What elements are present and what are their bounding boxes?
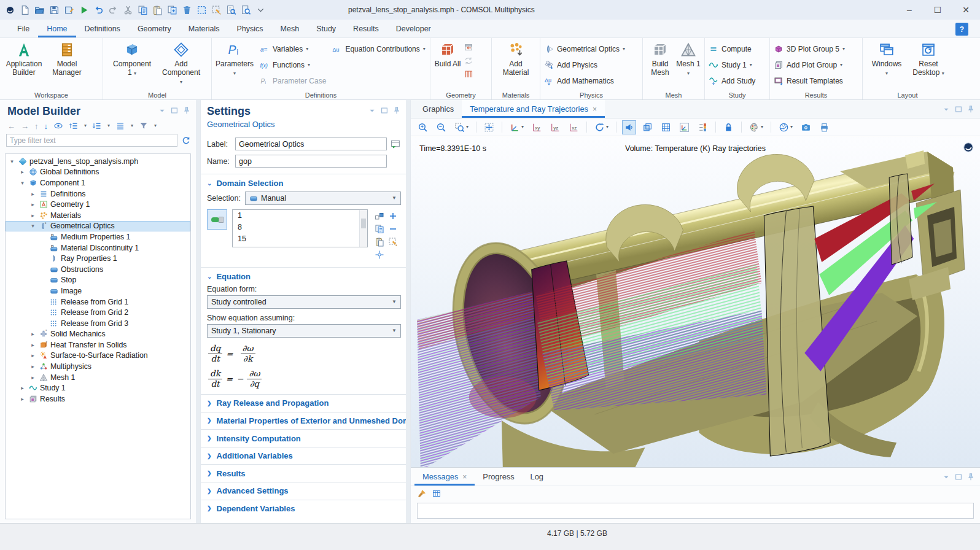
close-icon[interactable]: × [593,105,597,114]
toolbar-overflow-icon[interactable] [255,5,266,15]
selection-entry[interactable]: 8 [233,222,367,233]
menu-home[interactable]: Home [38,20,76,37]
component-1-button[interactable]: Component 1 ▾ [112,40,152,85]
expander-icon[interactable]: ▾ [29,223,37,229]
expander-icon[interactable]: ▸ [18,169,26,175]
search-icon[interactable] [241,5,251,15]
view-xz-button[interactable]: xz [567,120,581,134]
model-tree-nodes-icon[interactable] [115,121,125,131]
minimize-button[interactable]: – [895,0,924,20]
expander-icon[interactable]: ▾ [18,180,26,186]
scene-light-button[interactable] [622,120,636,134]
functions-button[interactable]: f(x)Functions▾ [260,57,326,73]
panel-menu-icon[interactable] [158,106,166,115]
duplicate-icon[interactable] [167,5,177,15]
redo-icon[interactable] [108,5,119,15]
tab-messages[interactable]: Messages× [414,468,475,486]
expander-icon[interactable]: ▸ [29,212,37,219]
tree-item-materials[interactable]: ▸Materials [6,210,190,221]
cut-icon[interactable] [123,5,133,15]
tree-item-stop[interactable]: Stop [6,275,190,286]
tab-progress[interactable]: Progress [475,468,522,486]
menu-file[interactable]: File [9,20,38,37]
clear-selection-icon[interactable] [388,237,398,247]
expander-icon[interactable]: ▸ [29,352,37,358]
rotate-button[interactable]: ▾ [593,120,610,134]
expander-icon[interactable]: ▸ [18,385,26,391]
panel-float-icon[interactable] [170,106,179,115]
panel-float-icon[interactable] [380,106,389,115]
equation-contributions-button[interactable]: ΔuEquation Contributions▾ [332,41,425,57]
panel-float-icon[interactable] [954,473,963,481]
view-xy-button[interactable]: xy [530,120,544,134]
snapshot-button[interactable] [799,120,813,134]
add-plot-group-button[interactable]: Add Plot Group▾ [774,57,845,73]
selection-dropdown[interactable]: Manual ▼ [245,192,401,205]
refresh-icon[interactable] [181,136,191,145]
zoom-extents-button[interactable] [482,120,496,134]
section-results[interactable]: ❯Results [201,464,406,482]
print-button[interactable] [817,120,831,134]
geom-import-icon[interactable] [464,42,473,52]
zoom-to-selection-icon[interactable] [375,250,384,260]
clear-selection-icon[interactable] [211,5,222,15]
menu-geometry[interactable]: Geometry [129,20,180,37]
menu-study[interactable]: Study [308,20,344,37]
reset-desktop-button[interactable]: Reset Desktop ▾ [911,40,946,77]
section-equation[interactable]: ⌄Equation [201,268,406,285]
table-icon[interactable] [432,489,441,498]
undo-icon[interactable] [93,5,104,15]
panel-pin-icon[interactable] [392,106,401,115]
filter-icon[interactable] [139,121,149,131]
maximize-button[interactable]: ☐ [924,0,952,20]
equation-form-dropdown[interactable]: Study controlled▼ [207,295,401,309]
expander-icon[interactable]: ▸ [29,374,37,381]
panel-pin-icon[interactable] [966,105,975,114]
menu-mesh[interactable]: Mesh [272,20,308,37]
tree-item-material-discontinuity-1[interactable]: DMaterial Discontinuity 1 [6,242,190,254]
graphics-canvas[interactable]: Time=8.3391E-10 s Volume: Temperature (K… [411,137,980,467]
tree-item-global-definitions[interactable]: ▸Global Definitions [6,167,190,178]
orientation-button[interactable] [677,120,691,134]
section-additional-variables[interactable]: ❯Additional Variables [201,447,406,465]
lock-button[interactable] [721,120,736,134]
variables-button[interactable]: a=Variables▾ [260,41,326,57]
clear-messages-icon[interactable] [417,489,427,498]
nav-back-icon[interactable]: ← [7,122,15,131]
nav-forward-icon[interactable]: → [21,122,29,131]
active-toggle-button[interactable] [207,209,227,230]
build-mesh-button[interactable]: Build Mesh [647,40,674,77]
name-field[interactable] [235,155,387,168]
zoom-in-button[interactable] [416,120,430,134]
geom-comb-icon[interactable] [464,69,473,79]
select-box-icon[interactable] [196,5,207,15]
panel-pin-icon[interactable] [182,106,191,115]
splitter[interactable] [196,100,200,523]
close-icon[interactable]: × [462,473,467,481]
physics-interface-button[interactable]: Geometrical Optics▾ [544,41,625,57]
zoom-box-button[interactable]: ▾ [453,120,470,134]
tree-item-study-1[interactable]: ▸Study 1 [6,382,190,393]
move-up-icon[interactable]: ↑ [34,122,39,131]
grid-button[interactable] [659,120,673,134]
paste-icon[interactable] [152,5,163,15]
mesh-1-button[interactable]: Mesh 1 ▾ [676,40,701,77]
view-yz-button[interactable]: yz [548,120,562,134]
tree-item-petzval-lens-stop-analysis-mph[interactable]: ▾petzval_lens_stop_analysis.mph [6,156,190,167]
parameters-button[interactable]: Pi Parameters▾ [216,40,254,89]
filter-input[interactable] [6,134,177,147]
expander-icon[interactable]: ▸ [29,331,37,337]
expander-icon[interactable]: ▸ [29,342,37,348]
environment-button[interactable]: ▾ [777,120,795,134]
copy-icon[interactable] [138,5,148,15]
tree-item-image[interactable]: Image [6,285,190,296]
add-study-button[interactable]: Add Study [709,73,755,89]
build-all-button[interactable]: Build All [434,40,461,79]
plot-group-button[interactable]: 3D Plot Group 5▾ [774,41,845,57]
label-field[interactable] [235,138,387,150]
model-manager-button[interactable]: Model Manager [47,40,87,77]
section-intensity-computation[interactable]: ❯Intensity Computation [201,429,406,447]
add-component-button[interactable]: Add Component ▾ [161,40,201,85]
help-button[interactable]: ? [955,23,968,36]
application-builder-button[interactable]: Application Builder [4,40,44,77]
